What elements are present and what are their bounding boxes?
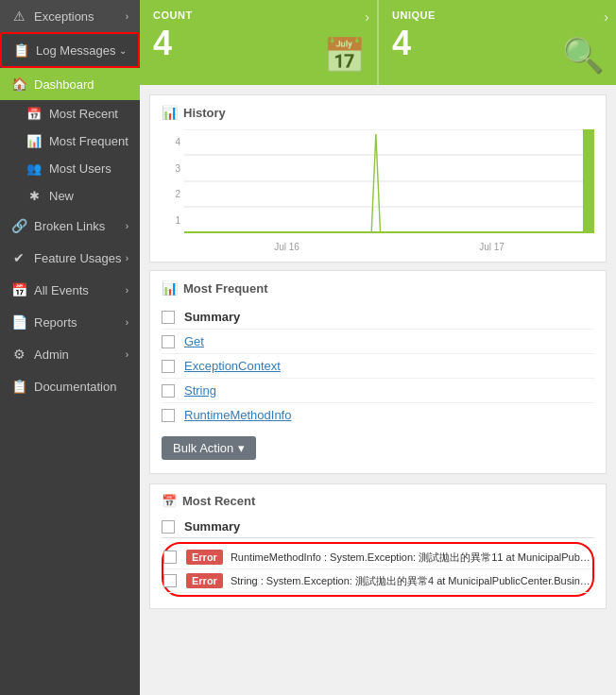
x-label-jul16: Jul 16 [274,242,299,252]
most-recent-section: 📅 Most Recent Summary Error RuntimeMetho… [149,483,607,609]
frequent-label-get[interactable]: Get [184,334,204,348]
sidebar-item-label: Most Recent [49,107,118,121]
sidebar-item-most-users[interactable]: 👥 Most Users [0,155,140,182]
most-frequent-icon: 📊 [26,134,42,148]
recent-row-2-text[interactable]: String : System.Exception: 測試拋出的異常4 at M… [231,574,592,588]
history-section: 📊 History 1 2 3 4 [149,94,607,263]
chevron-down-icon: ⌄ [119,45,127,56]
chart-right-bar [583,129,594,233]
frequent-checkbox-summary[interactable] [162,311,175,324]
chart-svg-container [184,129,594,233]
chart-x-labels: Jul 16 Jul 17 [184,242,594,252]
y-label-2: 2 [162,189,180,199]
stat-arrow-unique: › [604,9,608,25]
recent-table-header: Summary [162,516,594,538]
bulk-action-dropdown-icon: ▾ [238,441,245,455]
sidebar-item-label: Reports [34,315,77,330]
sidebar-item-documentation[interactable]: 📋 Documentation [0,370,140,402]
new-icon: ✱ [26,189,42,203]
sidebar-item-label: Dashboard [34,77,94,92]
recent-row-1-text[interactable]: RuntimeMethodInfo : System.Exception: 測試… [231,551,592,565]
chart-y-labels: 1 2 3 4 [162,129,180,252]
sidebar-item-all-events[interactable]: 📅 All Events › [0,274,140,306]
recent-row-1: Error RuntimeMethodInfo : System.Excepti… [163,546,592,569]
sidebar-item-label: Feature Usages [34,251,122,265]
frequent-checkbox-string[interactable] [162,384,175,398]
admin-icon: ⚙ [11,347,26,362]
x-label-jul17: Jul 17 [479,242,505,252]
sidebar-item-label: All Events [34,283,89,297]
frequent-label-exception-context[interactable]: ExceptionContext [184,359,281,373]
frequent-checkbox-get[interactable] [162,335,175,348]
frequent-item-runtime-method-info: RuntimeMethodInfo [162,403,594,427]
frequent-label-runtime-method-info[interactable]: RuntimeMethodInfo [184,408,291,422]
sidebar-item-reports[interactable]: 📄 Reports › [0,306,140,338]
frequent-checkbox-exception-context[interactable] [162,360,175,373]
most-recent-icon: 📅 [26,107,42,121]
recent-row-2-checkbox[interactable] [163,574,177,587]
sidebar-item-feature-usages[interactable]: ✔ Feature Usages › [0,242,140,274]
sidebar-item-broken-links[interactable]: 🔗 Broken Links › [0,210,140,242]
most-recent-title: Most Recent [182,494,255,508]
frequent-item-get: Get [162,330,594,354]
sidebar-item-most-recent[interactable]: 📅 Most Recent [0,100,140,127]
sidebar-item-label: Most Frequent [49,134,128,148]
sidebar-item-new[interactable]: ✱ New [0,182,140,210]
frequent-list: Summary Get ExceptionContext String Runt… [162,305,594,427]
most-recent-calendar-icon: 📅 [162,494,177,508]
frequent-label-summary[interactable]: Summary [184,310,240,324]
chevron-right-icon: › [126,221,128,231]
stat-label-count: COUNT [153,9,364,21]
chevron-right-icon: › [126,317,128,328]
stat-icon-unique: 🔍 [562,36,605,76]
frequent-label-string[interactable]: String [184,383,216,398]
documentation-icon: 📋 [11,379,26,394]
recent-header-checkbox[interactable] [162,520,175,534]
all-events-icon: 📅 [11,282,26,297]
history-chart-icon: 📊 [162,105,178,120]
broken-links-icon: 🔗 [11,218,26,233]
stat-arrow-count: › [365,9,369,25]
feature-usages-icon: ✔ [11,250,26,265]
y-label-4: 4 [162,137,180,147]
stat-card-count: COUNT 4 📅 › [140,0,377,85]
sidebar-item-dashboard[interactable]: 🏠 Dashboard [0,68,140,100]
history-title: 📊 History [162,105,594,120]
recent-summary-col-label: Summary [184,519,240,534]
recent-row-2: Error String : System.Exception: 測試拋出的異常… [163,569,592,593]
sidebar-item-most-frequent[interactable]: 📊 Most Frequent [0,127,140,155]
log-messages-icon: 📋 [13,42,28,58]
frequent-item-summary: Summary [162,305,594,330]
bulk-action-label: Bulk Action [173,441,233,455]
sidebar-item-log-messages[interactable]: 📋 Log Messages ⌄ [0,32,140,68]
sidebar-item-label: New [49,189,74,203]
chevron-right-icon: › [126,253,128,263]
sidebar-item-exceptions[interactable]: ⚠ Exceptions › [0,0,140,32]
y-label-3: 3 [162,163,180,174]
most-users-icon: 👥 [26,161,42,176]
bulk-action-button[interactable]: Bulk Action ▾ [162,436,256,460]
history-chart: 1 2 3 4 Jul [162,129,594,252]
stat-icon-count: 📅 [323,36,366,76]
main-content: COUNT 4 📅 › UNIQUE 4 🔍 › 📊 History 1 2 3… [140,0,616,695]
recent-row-1-checkbox[interactable] [163,551,177,564]
sidebar-item-admin[interactable]: ⚙ Admin › [0,338,140,370]
chevron-right-icon: › [126,11,128,22]
reports-icon: 📄 [11,314,26,330]
chevron-right-icon: › [126,349,128,360]
y-label-1: 1 [162,215,180,226]
stats-row: COUNT 4 📅 › UNIQUE 4 🔍 › [140,0,616,85]
recent-row-2-error-badge: Error [186,573,223,588]
most-frequent-icon: 📊 [162,280,178,296]
sidebar: ⚠ Exceptions › 📋 Log Messages ⌄ 🏠 Dashbo… [0,0,140,695]
stat-label-unique: UNIQUE [392,9,603,21]
frequent-item-exception-context: ExceptionContext [162,354,594,379]
recent-row-1-error-badge: Error [186,550,223,565]
sidebar-item-label: Log Messages [36,43,116,58]
dashboard-icon: 🏠 [11,76,26,92]
most-recent-header: 📅 Most Recent [162,494,594,508]
frequent-item-string: String [162,379,594,403]
recent-rows-highlighted: Error RuntimeMethodInfo : System.Excepti… [162,542,594,597]
frequent-checkbox-runtime-method-info[interactable] [162,409,175,422]
most-frequent-section: 📊 Most Frequent Summary Get ExceptionCon… [149,270,607,474]
